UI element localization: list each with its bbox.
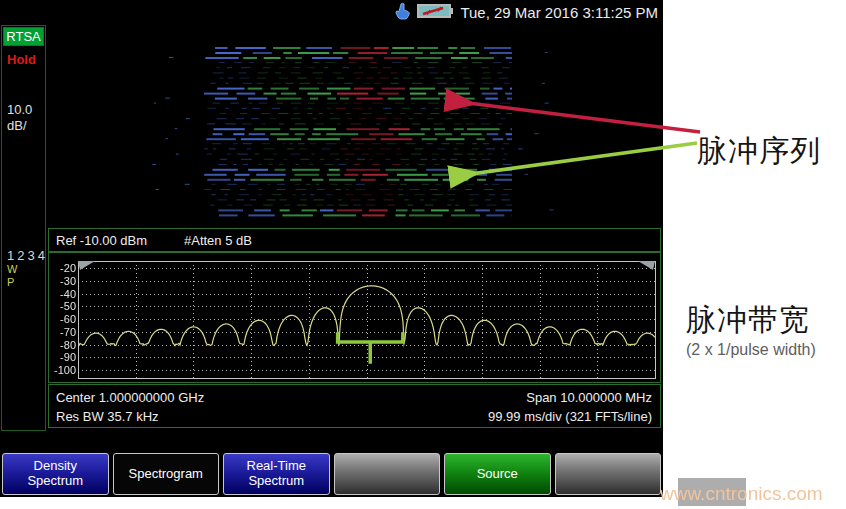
softkey-row: Density Spectrum Spectrogram Real-Time S… bbox=[2, 453, 661, 495]
softkey-blank-2[interactable] bbox=[555, 453, 662, 495]
left-annotation-column: RTSA Hold 10.0 dB/ 1234 W P bbox=[1, 25, 46, 431]
scale-per-div-label: 10.0 dB/ bbox=[7, 102, 32, 134]
trace-flag-p: P bbox=[7, 276, 14, 288]
reference-level-row: Ref -10.00 dBm #Atten 5 dB bbox=[48, 228, 661, 252]
page: Tue, 29 Mar 2016 3:11:25 PM RTSA Hold 10… bbox=[0, 0, 846, 509]
ref-level-label: Ref -10.00 dBm bbox=[56, 233, 147, 248]
sweep-time-label: 99.99 ms/div (321 FFTs/line) bbox=[488, 409, 652, 424]
trace-numbers: 1234 bbox=[7, 248, 48, 263]
rbw-label: Res BW 35.7 kHz bbox=[56, 409, 159, 424]
span-label: Span 10.000000 MHz bbox=[526, 390, 652, 405]
softkey-realtime-spectrum[interactable]: Real-Time Spectrum bbox=[223, 453, 330, 495]
softkey-source[interactable]: Source bbox=[444, 453, 551, 495]
density-spectrum-display bbox=[46, 25, 663, 228]
softkey-blank-1[interactable] bbox=[334, 453, 441, 495]
softkey-density-spectrum[interactable]: Density Spectrum bbox=[2, 453, 109, 495]
scale-unit: dB/ bbox=[7, 118, 32, 134]
datetime-display: Tue, 29 Mar 2016 3:11:25 PM bbox=[460, 4, 658, 21]
top-status-bar: Tue, 29 Mar 2016 3:11:25 PM bbox=[0, 0, 663, 25]
watermark: www.cntronics.com bbox=[660, 483, 823, 505]
pulse-bandwidth-formula: (2 x 1/pulse width) bbox=[686, 341, 816, 359]
pulse-bandwidth-annotation: 脉冲带宽 bbox=[686, 300, 810, 341]
touch-pointer-icon bbox=[394, 2, 412, 24]
frequency-info-row: Center 1.000000000 GHz Span 10.000000 MH… bbox=[48, 384, 661, 428]
spectrum-trace-canvas bbox=[49, 253, 660, 382]
softkey-spectrogram[interactable]: Spectrogram bbox=[113, 453, 220, 495]
trace-flag-w: W bbox=[7, 263, 17, 275]
scale-value: 10.0 bbox=[7, 102, 32, 118]
center-freq-label: Center 1.000000000 GHz bbox=[56, 390, 204, 405]
analyzer-screen: Tue, 29 Mar 2016 3:11:25 PM RTSA Hold 10… bbox=[0, 0, 663, 497]
battery-ac-icon bbox=[417, 2, 455, 24]
pulse-train-annotation: 脉冲序列 bbox=[697, 131, 821, 172]
attenuation-label: #Atten 5 dB bbox=[184, 233, 252, 248]
realtime-spectrum-plot bbox=[48, 252, 661, 383]
sweep-state-label: Hold bbox=[7, 52, 36, 67]
mode-badge: RTSA bbox=[3, 27, 44, 46]
